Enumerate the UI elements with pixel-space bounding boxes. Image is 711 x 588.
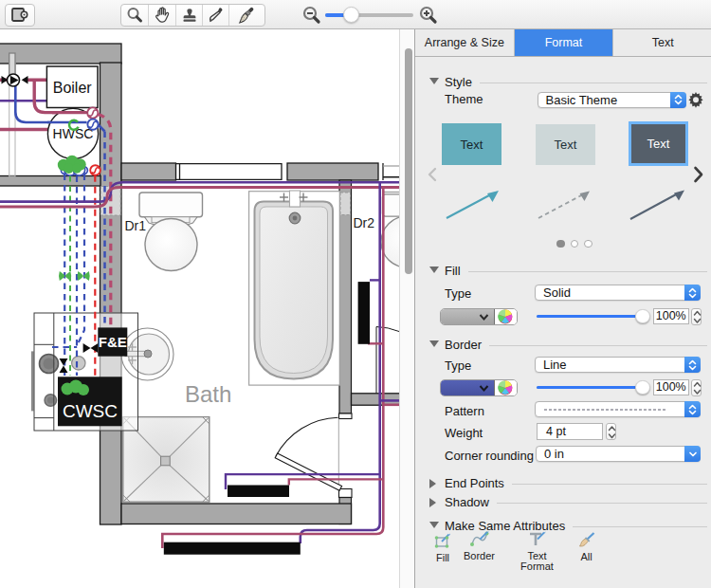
tab-arrange-size[interactable]: Arrange & Size: [415, 29, 515, 56]
stamp-tool-button[interactable]: [176, 5, 203, 26]
shape-connector-icon: [9, 7, 30, 24]
theme-swatch-2-label: Text: [555, 138, 577, 152]
msa-border-button[interactable]: Border: [460, 529, 500, 561]
fill-section-header[interactable]: Fill: [415, 264, 711, 279]
fill-color-swatch[interactable]: [441, 309, 495, 324]
page-dot-2[interactable]: [571, 240, 579, 248]
theme-swatch-1[interactable]: Text: [442, 123, 501, 165]
tab-format-label: Format: [545, 36, 583, 49]
bathroom-sink[interactable]: [121, 328, 173, 380]
tab-format[interactable]: Format: [515, 29, 614, 56]
cwsc-tank[interactable]: CWSC: [58, 377, 122, 426]
corner-rounding-dropdown[interactable]: 0 in: [536, 446, 701, 462]
fill-opacity-thumb[interactable]: [635, 309, 650, 324]
drawing-canvas[interactable]: Boiler HWSC: [0, 29, 399, 588]
border-type-label: Type: [445, 358, 471, 373]
floor-plan: Boiler HWSC: [0, 29, 399, 588]
fill-opacity-fill: [537, 315, 643, 319]
panel-tabs: Arrange & Size Format Text: [415, 29, 711, 57]
border-pattern-label: Pattern: [445, 404, 484, 418]
zoom-in-button[interactable]: [418, 0, 439, 29]
fill-opacity-stepper[interactable]: [691, 308, 702, 325]
fill-opacity-text: 100%: [656, 309, 686, 322]
msa-all-button[interactable]: All: [569, 531, 605, 562]
border-pattern-dropdown[interactable]: [535, 401, 701, 417]
brush-tool-button[interactable]: [229, 5, 264, 26]
page-dot-3[interactable]: [584, 240, 592, 248]
page-dot-1-active[interactable]: [556, 240, 565, 248]
msa-border-label: Border: [464, 551, 495, 561]
border-color-wheel-button[interactable]: [495, 380, 517, 395]
border-section-header[interactable]: Border: [415, 338, 711, 353]
theme-swatch-3-selected[interactable]: Text: [631, 124, 685, 163]
arrow-previews: [442, 184, 690, 222]
boiler[interactable]: Boiler: [46, 66, 98, 108]
bathtub[interactable]: [249, 191, 340, 385]
endpoints-title: End Points: [445, 476, 504, 491]
corner-rounding-stepper: [684, 446, 701, 462]
toilet-dr1[interactable]: [139, 193, 203, 271]
border-title: Border: [445, 338, 482, 353]
msa-fill-label: Fill: [436, 553, 449, 563]
bath-label: Bath: [185, 381, 231, 407]
zoom-out-icon: [301, 5, 322, 26]
shadow-section-header[interactable]: Shadow: [415, 495, 711, 510]
border-disclosure-triangle[interactable]: [429, 340, 439, 347]
border-opacity-thumb[interactable]: [635, 380, 650, 395]
eyedropper-icon: [208, 7, 225, 24]
fill-type-dropdown[interactable]: Solid: [535, 285, 701, 301]
fill-color-wheel-button[interactable]: [495, 309, 517, 324]
arrow-style-1[interactable]: [447, 191, 499, 218]
fill-color-well[interactable]: [440, 308, 518, 325]
fill-type-value: Solid: [536, 285, 700, 300]
endpoints-section-header[interactable]: End Points: [415, 476, 711, 491]
color-wheel-icon: [498, 309, 513, 324]
endpoints-disclosure-triangle[interactable]: [429, 479, 436, 488]
canvas-scrollbar-thumb[interactable]: [405, 48, 412, 274]
eyedropper-tool-button[interactable]: [203, 5, 229, 26]
theme-dropdown-value: Basic Theme: [538, 93, 685, 107]
border-opacity-stepper[interactable]: [691, 379, 702, 396]
swatch-prev-chevron[interactable]: [427, 167, 438, 182]
toolbar: [0, 0, 711, 29]
canvas-scrollbar[interactable]: [399, 29, 414, 588]
fill-disclosure-triangle[interactable]: [429, 266, 439, 273]
panel-toggle-button[interactable]: [5, 4, 35, 27]
msa-fill-button[interactable]: Fill: [426, 532, 460, 563]
msa-text-format-button[interactable]: TextFormat: [518, 530, 557, 571]
style-title: Style: [445, 75, 472, 90]
msa-all-label: All: [580, 552, 592, 562]
border-opacity-value[interactable]: 100%: [653, 379, 689, 395]
arrow-style-3[interactable]: [630, 191, 684, 220]
gear-icon: [688, 92, 702, 108]
style-disclosure-triangle[interactable]: [429, 78, 439, 84]
swatch-page-dots[interactable]: [556, 240, 592, 248]
stamp-icon: [181, 7, 198, 24]
border-color-well[interactable]: [440, 379, 518, 396]
theme-swatch-2[interactable]: Text: [536, 124, 595, 165]
border-color-swatch[interactable]: [441, 380, 495, 395]
theme-gear-button[interactable]: [686, 90, 705, 109]
border-weight-stepper[interactable]: [606, 423, 617, 441]
arrow-style-2[interactable]: [538, 192, 590, 219]
fill-title: Fill: [445, 264, 461, 279]
msa-disclosure-triangle[interactable]: [429, 522, 439, 528]
theme-dropdown[interactable]: Basic Theme: [538, 92, 686, 108]
text-format-picker-icon: [527, 530, 547, 548]
border-weight-field[interactable]: 4 pt: [537, 423, 603, 440]
swatch-next-chevron[interactable]: [692, 166, 704, 183]
border-picker-icon: [469, 529, 490, 548]
shadow-disclosure-triangle[interactable]: [429, 498, 436, 507]
zoom-out-button[interactable]: [301, 0, 322, 29]
theme-label: Theme: [445, 92, 483, 106]
pattern-preview-dashed-line: [544, 408, 667, 412]
theme-swatch-3-label: Text: [647, 137, 670, 151]
dr1-label: Dr1: [125, 218, 147, 233]
zoom-slider-thumb[interactable]: [343, 7, 359, 23]
tab-text[interactable]: Text: [613, 29, 711, 56]
zoom-tool-button[interactable]: [121, 5, 149, 26]
fill-opacity-value[interactable]: 100%: [653, 308, 689, 324]
border-type-dropdown[interactable]: Line: [535, 357, 701, 373]
hand-tool-button[interactable]: [149, 5, 176, 26]
style-section-header[interactable]: Style: [415, 75, 711, 90]
